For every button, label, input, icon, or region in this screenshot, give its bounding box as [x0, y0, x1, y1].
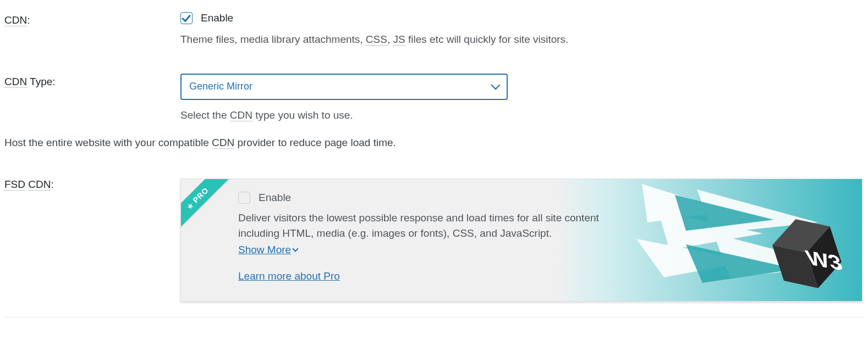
cdn-desc-post: files etc will quickly for site visitors…: [405, 34, 569, 45]
abbr-css: CSS: [366, 34, 387, 46]
abbr-js: JS: [393, 34, 405, 46]
show-more-link[interactable]: Show More: [238, 244, 298, 255]
section-description: Host the entire website with your compat…: [4, 137, 864, 149]
cdn-type-select[interactable]: Generic Mirror: [180, 74, 508, 100]
label-cdn-type-suffix: Type:: [27, 76, 55, 87]
fsd-description: Deliver visitors the lowest possible res…: [238, 210, 623, 242]
label-fsd-suffix: :: [51, 179, 53, 190]
cdn-type-selected: Generic Mirror: [189, 81, 252, 92]
abbr-fsd: FSD: [4, 179, 25, 191]
cdn-type-desc-pre: Select the: [180, 109, 230, 121]
fsd-enable-checkbox: [238, 192, 250, 204]
field-cdn: Enable Theme files, media library attach…: [180, 4, 864, 47]
label-cdn: CDN:: [4, 4, 180, 26]
abbr-fsd-cdn: CDN: [28, 179, 51, 191]
cdn-type-description: Select the CDN type you wish to use.: [180, 108, 864, 123]
cdn-type-desc-post: type you wish to use.: [252, 109, 353, 121]
field-cdn-type: Generic Mirror Select the CDN type you w…: [180, 66, 864, 123]
cdn-description: Theme files, media library attachments, …: [180, 32, 864, 47]
row-cdn-type: CDN Type: Generic Mirror Select the CDN …: [4, 66, 864, 123]
show-more-text: Show More: [238, 244, 291, 255]
row-fsd-cdn: FSD CDN: PRO: [4, 171, 864, 302]
divider: [4, 317, 864, 317]
label-cdn-type: CDN Type:: [4, 66, 180, 88]
section-pre: Host the entire website with your compat…: [4, 137, 212, 148]
label-cdn-suffix: :: [27, 14, 30, 26]
label-fsd-cdn: FSD CDN:: [4, 171, 180, 191]
abbr-cdn: CDN: [4, 14, 27, 26]
show-more-row: Show More: [238, 244, 642, 256]
abbr-cdn-type: CDN: [4, 76, 27, 88]
cdn-desc-pre: Theme files, media library attachments,: [180, 34, 366, 45]
learn-more-row: Learn more about Pro: [238, 270, 642, 282]
row-cdn: CDN: Enable Theme files, media library a…: [4, 4, 864, 47]
chevron-down-icon: [492, 85, 499, 89]
pro-content: Enable Deliver visitors the lowest possi…: [181, 179, 862, 295]
abbr-section-cdn: CDN: [212, 137, 234, 149]
chevron-down-icon: [292, 246, 298, 252]
cdn-sep1: ,: [387, 34, 393, 45]
abbr-cdn-desc: CDN: [230, 109, 252, 121]
cdn-enable-label[interactable]: Enable: [201, 12, 233, 24]
section-post: provider to reduce page load time.: [234, 137, 396, 148]
pro-panel: PRO: [180, 179, 862, 302]
cdn-enable-checkbox[interactable]: [180, 12, 193, 24]
fsd-enable-label: Enable: [259, 192, 291, 204]
learn-more-link[interactable]: Learn more about Pro: [238, 270, 340, 282]
field-fsd-cdn: PRO: [180, 171, 864, 302]
